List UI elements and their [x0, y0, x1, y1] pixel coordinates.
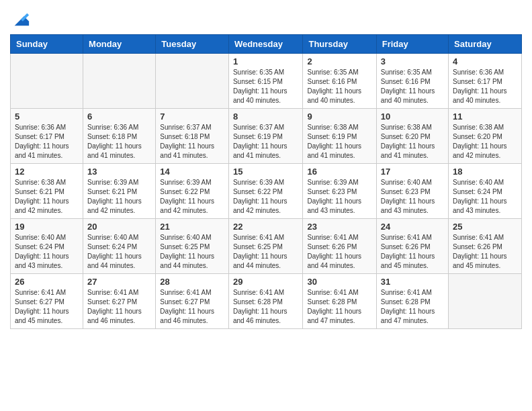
calendar-week-5: 26Sunrise: 6:41 AMSunset: 6:27 PMDayligh…	[11, 274, 522, 329]
day-number: 15	[233, 167, 299, 177]
day-number: 22	[233, 222, 299, 232]
calendar-cell: 12Sunrise: 6:38 AMSunset: 6:21 PMDayligh…	[11, 164, 83, 219]
calendar-cell: 10Sunrise: 6:38 AMSunset: 6:20 PMDayligh…	[376, 109, 448, 164]
calendar-week-1: 1Sunrise: 6:35 AMSunset: 6:15 PMDaylight…	[11, 54, 522, 109]
day-info: Sunrise: 6:41 AMSunset: 6:25 PMDaylight:…	[233, 233, 299, 271]
day-info: Sunrise: 6:40 AMSunset: 6:23 PMDaylight:…	[381, 178, 444, 216]
day-info: Sunrise: 6:39 AMSunset: 6:22 PMDaylight:…	[160, 178, 224, 216]
calendar-cell	[449, 274, 522, 329]
day-number: 27	[87, 277, 151, 287]
day-info: Sunrise: 6:40 AMSunset: 6:24 PMDaylight:…	[453, 178, 517, 216]
svg-marker-0	[15, 16, 29, 26]
day-info: Sunrise: 6:40 AMSunset: 6:25 PMDaylight:…	[160, 233, 224, 271]
calendar-cell: 30Sunrise: 6:41 AMSunset: 6:28 PMDayligh…	[303, 274, 376, 329]
calendar-cell: 7Sunrise: 6:37 AMSunset: 6:18 PMDaylight…	[156, 109, 229, 164]
day-number: 30	[307, 277, 371, 287]
day-info: Sunrise: 6:37 AMSunset: 6:18 PMDaylight:…	[160, 123, 224, 161]
logo	[10, 10, 30, 29]
calendar-cell: 13Sunrise: 6:39 AMSunset: 6:21 PMDayligh…	[83, 164, 156, 219]
day-info: Sunrise: 6:41 AMSunset: 6:26 PMDaylight:…	[381, 233, 444, 271]
day-number: 1	[233, 56, 299, 66]
calendar-cell: 21Sunrise: 6:40 AMSunset: 6:25 PMDayligh…	[156, 219, 229, 274]
day-info: Sunrise: 6:38 AMSunset: 6:20 PMDaylight:…	[453, 123, 517, 161]
calendar-cell: 1Sunrise: 6:35 AMSunset: 6:15 PMDaylight…	[228, 54, 303, 109]
day-info: Sunrise: 6:36 AMSunset: 6:18 PMDaylight:…	[87, 123, 151, 161]
calendar-cell: 28Sunrise: 6:41 AMSunset: 6:27 PMDayligh…	[156, 274, 229, 329]
day-info: Sunrise: 6:41 AMSunset: 6:26 PMDaylight:…	[453, 233, 517, 271]
calendar-cell: 26Sunrise: 6:41 AMSunset: 6:27 PMDayligh…	[11, 274, 83, 329]
calendar-cell: 14Sunrise: 6:39 AMSunset: 6:22 PMDayligh…	[156, 164, 229, 219]
page-header	[10, 7, 522, 29]
calendar-cell	[156, 54, 229, 109]
logo-icon	[11, 10, 30, 29]
calendar-cell: 2Sunrise: 6:35 AMSunset: 6:16 PMDaylight…	[303, 54, 376, 109]
day-number: 18	[453, 167, 517, 177]
day-info: Sunrise: 6:37 AMSunset: 6:19 PMDaylight:…	[233, 123, 299, 161]
day-number: 10	[381, 111, 444, 122]
day-number: 16	[307, 167, 371, 177]
calendar-week-3: 12Sunrise: 6:38 AMSunset: 6:21 PMDayligh…	[11, 164, 522, 219]
day-number: 2	[307, 56, 371, 66]
day-number: 9	[307, 111, 371, 122]
calendar-cell: 27Sunrise: 6:41 AMSunset: 6:27 PMDayligh…	[83, 274, 156, 329]
day-info: Sunrise: 6:41 AMSunset: 6:26 PMDaylight:…	[307, 233, 371, 271]
day-info: Sunrise: 6:35 AMSunset: 6:15 PMDaylight:…	[233, 68, 299, 105]
day-number: 14	[160, 167, 224, 177]
calendar-cell: 8Sunrise: 6:37 AMSunset: 6:19 PMDaylight…	[228, 109, 303, 164]
day-info: Sunrise: 6:38 AMSunset: 6:21 PMDaylight:…	[15, 178, 79, 216]
calendar-cell: 23Sunrise: 6:41 AMSunset: 6:26 PMDayligh…	[303, 219, 376, 274]
day-info: Sunrise: 6:41 AMSunset: 6:27 PMDaylight:…	[15, 288, 79, 326]
calendar-table: SundayMondayTuesdayWednesdayThursdayFrid…	[10, 34, 522, 329]
calendar-cell: 20Sunrise: 6:40 AMSunset: 6:24 PMDayligh…	[83, 219, 156, 274]
day-number: 31	[381, 277, 444, 287]
day-number: 5	[15, 111, 79, 122]
day-number: 12	[15, 167, 79, 177]
day-number: 25	[453, 222, 517, 232]
calendar-week-2: 5Sunrise: 6:36 AMSunset: 6:17 PMDaylight…	[11, 109, 522, 164]
day-info: Sunrise: 6:36 AMSunset: 6:17 PMDaylight:…	[15, 123, 79, 161]
day-number: 19	[15, 222, 79, 232]
day-header-thursday: Thursday	[303, 35, 376, 54]
day-info: Sunrise: 6:41 AMSunset: 6:28 PMDaylight:…	[381, 288, 444, 326]
calendar-cell: 11Sunrise: 6:38 AMSunset: 6:20 PMDayligh…	[449, 109, 522, 164]
day-number: 7	[160, 111, 224, 122]
day-number: 24	[381, 222, 444, 232]
day-info: Sunrise: 6:41 AMSunset: 6:27 PMDaylight:…	[87, 288, 151, 326]
calendar-cell: 15Sunrise: 6:39 AMSunset: 6:22 PMDayligh…	[228, 164, 303, 219]
day-header-tuesday: Tuesday	[156, 35, 229, 54]
day-info: Sunrise: 6:39 AMSunset: 6:23 PMDaylight:…	[307, 178, 371, 216]
calendar-cell: 3Sunrise: 6:35 AMSunset: 6:16 PMDaylight…	[376, 54, 448, 109]
day-info: Sunrise: 6:36 AMSunset: 6:17 PMDaylight:…	[453, 68, 517, 105]
calendar-cell	[11, 54, 83, 109]
day-header-friday: Friday	[376, 35, 448, 54]
day-number: 23	[307, 222, 371, 232]
day-info: Sunrise: 6:40 AMSunset: 6:24 PMDaylight:…	[87, 233, 151, 271]
calendar-cell: 31Sunrise: 6:41 AMSunset: 6:28 PMDayligh…	[376, 274, 448, 329]
calendar-week-4: 19Sunrise: 6:40 AMSunset: 6:24 PMDayligh…	[11, 219, 522, 274]
calendar-cell: 18Sunrise: 6:40 AMSunset: 6:24 PMDayligh…	[449, 164, 522, 219]
day-number: 26	[15, 277, 79, 287]
calendar-cell: 19Sunrise: 6:40 AMSunset: 6:24 PMDayligh…	[11, 219, 83, 274]
day-info: Sunrise: 6:41 AMSunset: 6:28 PMDaylight:…	[233, 288, 299, 326]
calendar-cell: 4Sunrise: 6:36 AMSunset: 6:17 PMDaylight…	[449, 54, 522, 109]
calendar-cell	[83, 54, 156, 109]
day-number: 4	[453, 56, 517, 66]
day-number: 3	[381, 56, 444, 66]
calendar-cell: 6Sunrise: 6:36 AMSunset: 6:18 PMDaylight…	[83, 109, 156, 164]
day-header-monday: Monday	[83, 35, 156, 54]
day-info: Sunrise: 6:39 AMSunset: 6:22 PMDaylight:…	[233, 178, 299, 216]
day-number: 20	[87, 222, 151, 232]
day-header-saturday: Saturday	[449, 35, 522, 54]
calendar-cell: 16Sunrise: 6:39 AMSunset: 6:23 PMDayligh…	[303, 164, 376, 219]
day-info: Sunrise: 6:39 AMSunset: 6:21 PMDaylight:…	[87, 178, 151, 216]
day-number: 13	[87, 167, 151, 177]
day-info: Sunrise: 6:41 AMSunset: 6:27 PMDaylight:…	[160, 288, 224, 326]
day-info: Sunrise: 6:35 AMSunset: 6:16 PMDaylight:…	[307, 68, 371, 105]
day-info: Sunrise: 6:35 AMSunset: 6:16 PMDaylight:…	[381, 68, 444, 105]
calendar-cell: 17Sunrise: 6:40 AMSunset: 6:23 PMDayligh…	[376, 164, 448, 219]
day-number: 6	[87, 111, 151, 122]
day-info: Sunrise: 6:40 AMSunset: 6:24 PMDaylight:…	[15, 233, 79, 271]
calendar-cell: 25Sunrise: 6:41 AMSunset: 6:26 PMDayligh…	[449, 219, 522, 274]
day-number: 8	[233, 111, 299, 122]
calendar-header-row: SundayMondayTuesdayWednesdayThursdayFrid…	[11, 35, 522, 54]
